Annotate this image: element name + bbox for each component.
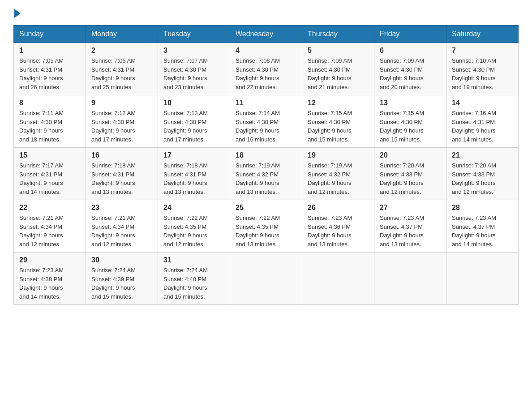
day-number: 23: [91, 204, 152, 212]
header-saturday: Saturday: [446, 26, 519, 43]
calendar-cell: [374, 253, 446, 305]
day-number: 9: [91, 99, 152, 107]
day-number: 25: [236, 204, 296, 212]
page-header: [13, 9, 519, 16]
day-info: Sunrise: 7:22 AM Sunset: 4:35 PM Dayligh…: [236, 214, 296, 248]
day-number: 8: [19, 99, 80, 107]
calendar-cell: 6 Sunrise: 7:09 AM Sunset: 4:30 PM Dayli…: [374, 43, 446, 95]
calendar-cell: 13 Sunrise: 7:15 AM Sunset: 4:30 PM Dayl…: [374, 95, 446, 148]
calendar-cell: 12 Sunrise: 7:15 AM Sunset: 4:30 PM Dayl…: [302, 95, 374, 148]
day-number: 7: [452, 47, 513, 55]
day-number: 10: [163, 99, 224, 107]
calendar-header-row: SundayMondayTuesdayWednesdayThursdayFrid…: [14, 26, 519, 43]
calendar-cell: 15 Sunrise: 7:17 AM Sunset: 4:31 PM Dayl…: [14, 148, 86, 200]
day-number: 20: [380, 151, 441, 159]
day-info: Sunrise: 7:09 AM Sunset: 4:30 PM Dayligh…: [308, 56, 369, 91]
day-number: 17: [163, 151, 224, 159]
calendar-week-row: 8 Sunrise: 7:11 AM Sunset: 4:30 PM Dayli…: [14, 95, 519, 148]
day-number: 14: [452, 99, 513, 107]
day-info: Sunrise: 7:14 AM Sunset: 4:30 PM Dayligh…: [236, 109, 296, 144]
day-info: Sunrise: 7:08 AM Sunset: 4:30 PM Dayligh…: [236, 56, 296, 91]
calendar-cell: 10 Sunrise: 7:13 AM Sunset: 4:30 PM Dayl…: [158, 95, 230, 148]
day-number: 19: [308, 151, 369, 159]
calendar-cell: 31 Sunrise: 7:24 AM Sunset: 4:40 PM Dayl…: [158, 253, 230, 305]
calendar-cell: 21 Sunrise: 7:20 AM Sunset: 4:33 PM Dayl…: [446, 148, 519, 200]
calendar-week-row: 29 Sunrise: 7:23 AM Sunset: 4:38 PM Dayl…: [14, 253, 519, 305]
calendar-week-row: 1 Sunrise: 7:05 AM Sunset: 4:31 PM Dayli…: [14, 43, 519, 95]
day-info: Sunrise: 7:20 AM Sunset: 4:33 PM Dayligh…: [452, 161, 513, 196]
calendar-cell: 7 Sunrise: 7:10 AM Sunset: 4:30 PM Dayli…: [446, 43, 519, 95]
day-info: Sunrise: 7:21 AM Sunset: 4:34 PM Dayligh…: [91, 214, 152, 248]
day-info: Sunrise: 7:23 AM Sunset: 4:37 PM Dayligh…: [452, 214, 513, 248]
day-info: Sunrise: 7:15 AM Sunset: 4:30 PM Dayligh…: [380, 109, 441, 144]
day-info: Sunrise: 7:13 AM Sunset: 4:30 PM Dayligh…: [163, 109, 224, 144]
day-info: Sunrise: 7:12 AM Sunset: 4:30 PM Dayligh…: [91, 109, 152, 144]
header-thursday: Thursday: [302, 26, 374, 43]
header-wednesday: Wednesday: [230, 26, 302, 43]
day-info: Sunrise: 7:24 AM Sunset: 4:40 PM Dayligh…: [163, 266, 224, 301]
day-info: Sunrise: 7:19 AM Sunset: 4:32 PM Dayligh…: [308, 161, 369, 196]
day-number: 15: [19, 151, 80, 159]
day-number: 18: [236, 151, 296, 159]
day-info: Sunrise: 7:19 AM Sunset: 4:32 PM Dayligh…: [236, 161, 296, 196]
day-info: Sunrise: 7:23 AM Sunset: 4:36 PM Dayligh…: [308, 214, 369, 248]
day-info: Sunrise: 7:23 AM Sunset: 4:38 PM Dayligh…: [19, 266, 80, 301]
day-number: 28: [452, 204, 513, 212]
day-number: 29: [19, 256, 80, 264]
day-info: Sunrise: 7:24 AM Sunset: 4:39 PM Dayligh…: [91, 266, 152, 301]
day-number: 26: [308, 204, 369, 212]
logo-triangle-icon: [14, 9, 21, 18]
day-number: 5: [308, 47, 369, 55]
day-info: Sunrise: 7:18 AM Sunset: 4:31 PM Dayligh…: [91, 161, 152, 196]
calendar-cell: 1 Sunrise: 7:05 AM Sunset: 4:31 PM Dayli…: [14, 43, 86, 95]
calendar-cell: 18 Sunrise: 7:19 AM Sunset: 4:32 PM Dayl…: [230, 148, 302, 200]
day-info: Sunrise: 7:05 AM Sunset: 4:31 PM Dayligh…: [19, 56, 80, 91]
day-number: 3: [163, 47, 224, 55]
day-info: Sunrise: 7:15 AM Sunset: 4:30 PM Dayligh…: [308, 109, 369, 144]
logo: [13, 9, 21, 16]
day-number: 13: [380, 99, 441, 107]
day-number: 31: [163, 256, 224, 264]
calendar-cell: 20 Sunrise: 7:20 AM Sunset: 4:33 PM Dayl…: [374, 148, 446, 200]
day-info: Sunrise: 7:17 AM Sunset: 4:31 PM Dayligh…: [19, 161, 80, 196]
calendar-cell: 4 Sunrise: 7:08 AM Sunset: 4:30 PM Dayli…: [230, 43, 302, 95]
calendar-week-row: 15 Sunrise: 7:17 AM Sunset: 4:31 PM Dayl…: [14, 148, 519, 200]
calendar-cell: 5 Sunrise: 7:09 AM Sunset: 4:30 PM Dayli…: [302, 43, 374, 95]
day-info: Sunrise: 7:07 AM Sunset: 4:30 PM Dayligh…: [163, 56, 224, 91]
day-number: 24: [163, 204, 224, 212]
calendar-cell: 22 Sunrise: 7:21 AM Sunset: 4:34 PM Dayl…: [14, 200, 86, 253]
day-info: Sunrise: 7:18 AM Sunset: 4:31 PM Dayligh…: [163, 161, 224, 196]
day-number: 4: [236, 47, 296, 55]
day-info: Sunrise: 7:20 AM Sunset: 4:33 PM Dayligh…: [380, 161, 441, 196]
calendar-cell: [230, 253, 302, 305]
calendar-cell: [446, 253, 519, 305]
day-number: 12: [308, 99, 369, 107]
calendar-cell: 24 Sunrise: 7:22 AM Sunset: 4:35 PM Dayl…: [158, 200, 230, 253]
header-tuesday: Tuesday: [158, 26, 230, 43]
calendar-cell: 11 Sunrise: 7:14 AM Sunset: 4:30 PM Dayl…: [230, 95, 302, 148]
calendar-cell: 19 Sunrise: 7:19 AM Sunset: 4:32 PM Dayl…: [302, 148, 374, 200]
calendar-cell: 2 Sunrise: 7:06 AM Sunset: 4:31 PM Dayli…: [86, 43, 158, 95]
calendar-cell: 30 Sunrise: 7:24 AM Sunset: 4:39 PM Dayl…: [86, 253, 158, 305]
calendar-cell: 25 Sunrise: 7:22 AM Sunset: 4:35 PM Dayl…: [230, 200, 302, 253]
day-info: Sunrise: 7:21 AM Sunset: 4:34 PM Dayligh…: [19, 214, 80, 248]
calendar-cell: 9 Sunrise: 7:12 AM Sunset: 4:30 PM Dayli…: [86, 95, 158, 148]
day-number: 1: [19, 47, 80, 55]
day-info: Sunrise: 7:09 AM Sunset: 4:30 PM Dayligh…: [380, 56, 441, 91]
day-number: 22: [19, 204, 80, 212]
day-info: Sunrise: 7:16 AM Sunset: 4:31 PM Dayligh…: [452, 109, 513, 144]
day-number: 11: [236, 99, 296, 107]
header-monday: Monday: [86, 26, 158, 43]
calendar-cell: 14 Sunrise: 7:16 AM Sunset: 4:31 PM Dayl…: [446, 95, 519, 148]
calendar-cell: 27 Sunrise: 7:23 AM Sunset: 4:37 PM Dayl…: [374, 200, 446, 253]
day-number: 6: [380, 47, 441, 55]
day-info: Sunrise: 7:10 AM Sunset: 4:30 PM Dayligh…: [452, 56, 513, 91]
calendar-cell: 26 Sunrise: 7:23 AM Sunset: 4:36 PM Dayl…: [302, 200, 374, 253]
day-number: 27: [380, 204, 441, 212]
calendar-cell: 3 Sunrise: 7:07 AM Sunset: 4:30 PM Dayli…: [158, 43, 230, 95]
calendar-cell: [302, 253, 374, 305]
logo-text: [13, 9, 21, 18]
calendar-cell: 17 Sunrise: 7:18 AM Sunset: 4:31 PM Dayl…: [158, 148, 230, 200]
day-number: 2: [91, 47, 152, 55]
calendar-cell: 29 Sunrise: 7:23 AM Sunset: 4:38 PM Dayl…: [14, 253, 86, 305]
